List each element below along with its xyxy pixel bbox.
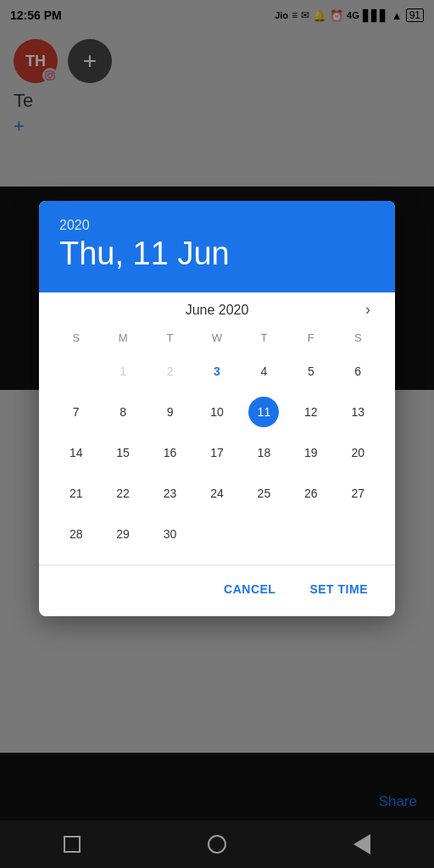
calendar-day-2-5[interactable]: 19 [287, 432, 334, 473]
calendar-day-0-6[interactable]: 6 [335, 351, 381, 392]
calendar-week-1: 78910111213 [53, 392, 381, 432]
calendar-day-3-5[interactable]: 26 [287, 473, 334, 514]
dialog-actions: CANCEL SET TIME [39, 565, 395, 616]
calendar-day-1-6[interactable]: 13 [335, 392, 381, 432]
calendar-day-0-2[interactable]: 2 [147, 351, 193, 392]
calendar-week-3: 21222324252627 [53, 473, 381, 514]
next-month-button[interactable]: › [354, 297, 381, 324]
calendar-body: June 2020 › S M T W T F S 1234567891 [39, 292, 395, 558]
calendar-day-2-0[interactable]: 14 [53, 432, 99, 473]
calendar-day-2-1[interactable]: 15 [99, 432, 146, 473]
calendar-day-3-0[interactable]: 21 [53, 473, 99, 514]
calendar-nav: June 2020 › [53, 303, 381, 318]
weekday-wed: W [193, 328, 240, 351]
calendar-day-0-5[interactable]: 5 [287, 351, 334, 392]
date-picker-dialog: 2020 Thu, 11 Jun June 2020 › S M T W T F [39, 201, 395, 616]
calendar-day-2-4[interactable]: 18 [241, 432, 287, 473]
calendar-week-2: 14151617181920 [53, 432, 381, 473]
calendar-day-0-0 [53, 351, 99, 392]
calendar-day-2-2[interactable]: 16 [147, 432, 193, 473]
calendar-day-0-1[interactable]: 1 [99, 351, 146, 392]
calendar-day-0-3[interactable]: 3 [193, 351, 240, 392]
calendar-day-1-1[interactable]: 8 [99, 392, 146, 432]
dialog-header: 2020 Thu, 11 Jun [39, 201, 395, 292]
calendar-day-1-0[interactable]: 7 [53, 392, 99, 432]
dialog-selected-date: Thu, 11 Jun [59, 236, 375, 272]
calendar-grid: S M T W T F S 12345678910111213141516171… [53, 328, 381, 554]
calendar-day-3-1[interactable]: 22 [99, 473, 146, 514]
calendar-week-4: 282930 [53, 514, 381, 554]
calendar-day-3-3[interactable]: 24 [193, 473, 240, 514]
set-time-button[interactable]: SET TIME [296, 576, 381, 603]
weekday-mon: M [99, 328, 146, 351]
calendar-day-2-6[interactable]: 20 [335, 432, 381, 473]
calendar-day-4-6 [335, 514, 381, 554]
calendar-day-3-6[interactable]: 27 [335, 473, 381, 514]
selected-day-circle: 11 [248, 397, 279, 427]
calendar-day-1-4[interactable]: 11 [241, 392, 287, 432]
calendar-day-4-3 [193, 514, 240, 554]
weekday-thu: T [241, 328, 287, 351]
weekday-sat: S [335, 328, 381, 351]
weekday-tue: T [147, 328, 193, 351]
calendar-day-4-1[interactable]: 29 [99, 514, 146, 554]
calendar-day-1-2[interactable]: 9 [147, 392, 193, 432]
dialog-year: 2020 [59, 218, 375, 233]
calendar-day-4-0[interactable]: 28 [53, 514, 99, 554]
calendar-month-label: June 2020 [186, 303, 249, 318]
calendar-week-0: 123456 [53, 351, 381, 392]
calendar-day-1-3[interactable]: 10 [193, 392, 240, 432]
calendar-day-4-5 [287, 514, 334, 554]
cancel-button[interactable]: CANCEL [210, 576, 289, 603]
calendar-day-4-2[interactable]: 30 [147, 514, 193, 554]
calendar-day-3-2[interactable]: 23 [147, 473, 193, 514]
calendar-day-4-4 [241, 514, 287, 554]
weekday-sun: S [53, 328, 99, 351]
dialog-overlay: 2020 Thu, 11 Jun June 2020 › S M T W T F [0, 0, 434, 868]
calendar-day-1-5[interactable]: 12 [287, 392, 334, 432]
calendar-day-2-3[interactable]: 17 [193, 432, 240, 473]
weekday-fri: F [287, 328, 334, 351]
calendar-day-0-4[interactable]: 4 [241, 351, 287, 392]
weekday-headers: S M T W T F S [53, 328, 381, 351]
today-day-circle: 3 [202, 356, 232, 387]
calendar-day-3-4[interactable]: 25 [241, 473, 287, 514]
